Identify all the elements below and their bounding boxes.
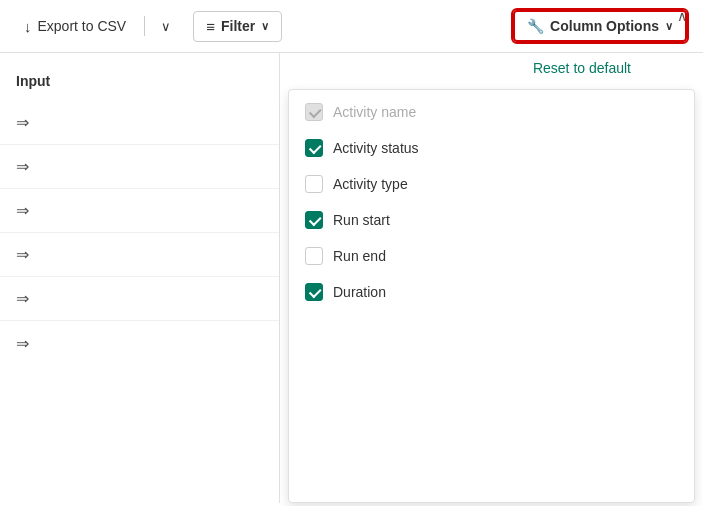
divider bbox=[144, 16, 145, 36]
column-options-dropdown: Activity nameActivity statusActivity typ… bbox=[288, 89, 695, 503]
list-item: ⇒ bbox=[0, 233, 279, 277]
column-options-button[interactable]: 🔧 Column Options ∨ bbox=[513, 10, 687, 42]
checkbox-icon[interactable] bbox=[305, 247, 323, 265]
list-item: ⇒ bbox=[0, 145, 279, 189]
dropdown-item[interactable]: Duration bbox=[289, 274, 694, 310]
left-panel: Input ⇒ ⇒ ⇒ ⇒ ⇒ ⇒ bbox=[0, 53, 280, 503]
dropdown-list: Activity nameActivity statusActivity typ… bbox=[289, 90, 694, 502]
dropdown-item[interactable]: Activity status bbox=[289, 130, 694, 166]
arrow-icon: ⇒ bbox=[16, 113, 29, 132]
list-item: ⇒ bbox=[0, 101, 279, 145]
dropdown-item[interactable]: Run start bbox=[289, 202, 694, 238]
checkbox-icon[interactable] bbox=[305, 103, 323, 121]
dropdown-item-label: Run start bbox=[333, 212, 390, 228]
filter-icon: ≡ bbox=[206, 18, 215, 35]
export-icon: ↓ bbox=[24, 18, 32, 35]
arrow-icon: ⇒ bbox=[16, 289, 29, 308]
filter-chevron-icon: ∨ bbox=[261, 20, 269, 33]
arrow-icon: ⇒ bbox=[16, 201, 29, 220]
wrench-icon: 🔧 bbox=[527, 18, 544, 34]
filter-button[interactable]: ≡ Filter ∨ bbox=[193, 11, 282, 42]
filter-label: Filter bbox=[221, 18, 255, 34]
export-button[interactable]: ↓ Export to CSV bbox=[16, 12, 134, 41]
dropdown-item[interactable]: Activity name bbox=[289, 94, 694, 130]
arrow-icon: ⇒ bbox=[16, 334, 29, 353]
dropdown-item-label: Duration bbox=[333, 284, 386, 300]
checkbox-icon[interactable] bbox=[305, 139, 323, 157]
reset-to-default-link[interactable]: Reset to default bbox=[517, 52, 667, 80]
export-chevron-button[interactable]: ∨ bbox=[155, 13, 177, 40]
checkbox-icon[interactable] bbox=[305, 283, 323, 301]
toolbar: ↓ Export to CSV ∨ ≡ Filter ∨ 🔧 Column Op… bbox=[0, 0, 703, 53]
list-item: ⇒ bbox=[0, 277, 279, 321]
chevron-down-icon: ∨ bbox=[161, 19, 171, 34]
main-content: Input ⇒ ⇒ ⇒ ⇒ ⇒ ⇒ Reset to def bbox=[0, 53, 703, 503]
dropdown-item-label: Activity status bbox=[333, 140, 419, 156]
export-label: Export to CSV bbox=[38, 18, 127, 34]
checkbox-icon[interactable] bbox=[305, 211, 323, 229]
top-chevron-icon[interactable]: ∧ bbox=[677, 8, 687, 24]
list-item: ⇒ bbox=[0, 189, 279, 233]
dropdown-item-label: Activity name bbox=[333, 104, 416, 120]
dropdown-item[interactable]: Activity type bbox=[289, 166, 694, 202]
dropdown-item-label: Run end bbox=[333, 248, 386, 264]
arrow-icon: ⇒ bbox=[16, 245, 29, 264]
dropdown-item[interactable]: Run end bbox=[289, 238, 694, 274]
column-options-label: Column Options bbox=[550, 18, 659, 34]
column-options-chevron-icon: ∨ bbox=[665, 20, 673, 33]
checkbox-icon[interactable] bbox=[305, 175, 323, 193]
list-item: ⇒ bbox=[0, 321, 279, 365]
right-panel: Reset to default Activity nameActivity s… bbox=[280, 53, 703, 503]
input-header: Input bbox=[0, 65, 279, 101]
arrow-icon: ⇒ bbox=[16, 157, 29, 176]
dropdown-item-label: Activity type bbox=[333, 176, 408, 192]
